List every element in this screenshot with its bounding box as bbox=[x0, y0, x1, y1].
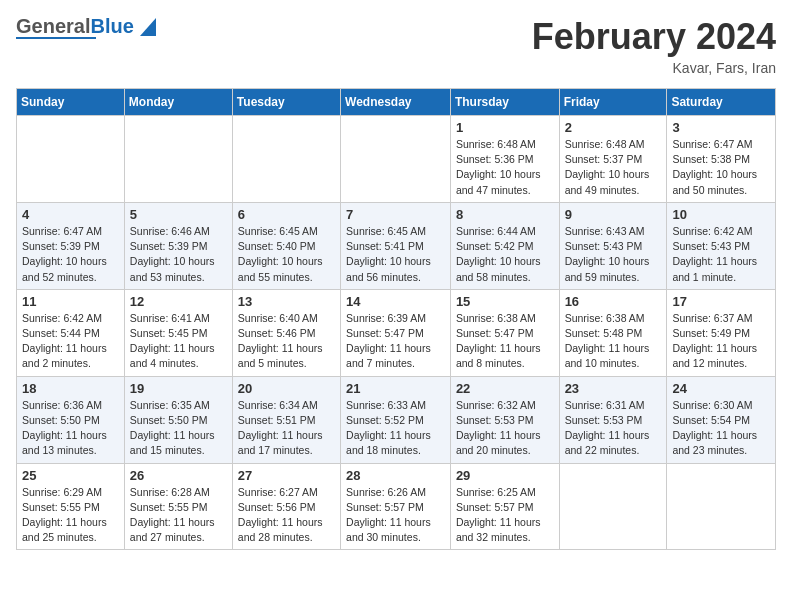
calendar-cell: 16Sunrise: 6:38 AMSunset: 5:48 PMDayligh… bbox=[559, 289, 667, 376]
logo-blue-text: Blue bbox=[90, 16, 133, 36]
day-info: Sunrise: 6:39 AMSunset: 5:47 PMDaylight:… bbox=[346, 311, 445, 372]
day-number: 13 bbox=[238, 294, 335, 309]
day-header-wednesday: Wednesday bbox=[341, 89, 451, 116]
day-info: Sunrise: 6:40 AMSunset: 5:46 PMDaylight:… bbox=[238, 311, 335, 372]
day-number: 10 bbox=[672, 207, 770, 222]
day-info: Sunrise: 6:45 AMSunset: 5:40 PMDaylight:… bbox=[238, 224, 335, 285]
calendar-cell: 4Sunrise: 6:47 AMSunset: 5:39 PMDaylight… bbox=[17, 202, 125, 289]
day-info: Sunrise: 6:38 AMSunset: 5:47 PMDaylight:… bbox=[456, 311, 554, 372]
logo-image: GeneralBlue bbox=[16, 16, 156, 39]
calendar-cell: 22Sunrise: 6:32 AMSunset: 5:53 PMDayligh… bbox=[450, 376, 559, 463]
calendar-week-3: 11Sunrise: 6:42 AMSunset: 5:44 PMDayligh… bbox=[17, 289, 776, 376]
day-number: 2 bbox=[565, 120, 662, 135]
title-block: February 2024 Kavar, Fars, Iran bbox=[532, 16, 776, 76]
day-info: Sunrise: 6:34 AMSunset: 5:51 PMDaylight:… bbox=[238, 398, 335, 459]
day-number: 6 bbox=[238, 207, 335, 222]
logo: GeneralBlue bbox=[16, 16, 160, 39]
calendar-cell: 12Sunrise: 6:41 AMSunset: 5:45 PMDayligh… bbox=[124, 289, 232, 376]
day-info: Sunrise: 6:27 AMSunset: 5:56 PMDaylight:… bbox=[238, 485, 335, 546]
calendar-cell: 6Sunrise: 6:45 AMSunset: 5:40 PMDaylight… bbox=[232, 202, 340, 289]
day-header-tuesday: Tuesday bbox=[232, 89, 340, 116]
day-info: Sunrise: 6:25 AMSunset: 5:57 PMDaylight:… bbox=[456, 485, 554, 546]
day-number: 3 bbox=[672, 120, 770, 135]
day-info: Sunrise: 6:41 AMSunset: 5:45 PMDaylight:… bbox=[130, 311, 227, 372]
day-number: 27 bbox=[238, 468, 335, 483]
day-info: Sunrise: 6:31 AMSunset: 5:53 PMDaylight:… bbox=[565, 398, 662, 459]
calendar-week-2: 4Sunrise: 6:47 AMSunset: 5:39 PMDaylight… bbox=[17, 202, 776, 289]
calendar-cell: 17Sunrise: 6:37 AMSunset: 5:49 PMDayligh… bbox=[667, 289, 776, 376]
header-row: SundayMondayTuesdayWednesdayThursdayFrid… bbox=[17, 89, 776, 116]
day-info: Sunrise: 6:43 AMSunset: 5:43 PMDaylight:… bbox=[565, 224, 662, 285]
day-number: 8 bbox=[456, 207, 554, 222]
day-info: Sunrise: 6:30 AMSunset: 5:54 PMDaylight:… bbox=[672, 398, 770, 459]
day-number: 1 bbox=[456, 120, 554, 135]
calendar-cell: 20Sunrise: 6:34 AMSunset: 5:51 PMDayligh… bbox=[232, 376, 340, 463]
calendar-cell: 21Sunrise: 6:33 AMSunset: 5:52 PMDayligh… bbox=[341, 376, 451, 463]
calendar-cell bbox=[341, 116, 451, 203]
day-info: Sunrise: 6:29 AMSunset: 5:55 PMDaylight:… bbox=[22, 485, 119, 546]
calendar-week-5: 25Sunrise: 6:29 AMSunset: 5:55 PMDayligh… bbox=[17, 463, 776, 550]
day-number: 20 bbox=[238, 381, 335, 396]
day-number: 23 bbox=[565, 381, 662, 396]
day-number: 29 bbox=[456, 468, 554, 483]
calendar-cell: 3Sunrise: 6:47 AMSunset: 5:38 PMDaylight… bbox=[667, 116, 776, 203]
day-info: Sunrise: 6:26 AMSunset: 5:57 PMDaylight:… bbox=[346, 485, 445, 546]
day-number: 12 bbox=[130, 294, 227, 309]
day-header-thursday: Thursday bbox=[450, 89, 559, 116]
logo-swoosh-icon bbox=[136, 18, 156, 36]
calendar-cell: 15Sunrise: 6:38 AMSunset: 5:47 PMDayligh… bbox=[450, 289, 559, 376]
calendar-cell: 7Sunrise: 6:45 AMSunset: 5:41 PMDaylight… bbox=[341, 202, 451, 289]
calendar-cell: 18Sunrise: 6:36 AMSunset: 5:50 PMDayligh… bbox=[17, 376, 125, 463]
day-info: Sunrise: 6:28 AMSunset: 5:55 PMDaylight:… bbox=[130, 485, 227, 546]
calendar-cell: 24Sunrise: 6:30 AMSunset: 5:54 PMDayligh… bbox=[667, 376, 776, 463]
svg-marker-0 bbox=[140, 18, 156, 36]
calendar-cell: 19Sunrise: 6:35 AMSunset: 5:50 PMDayligh… bbox=[124, 376, 232, 463]
day-number: 18 bbox=[22, 381, 119, 396]
calendar-cell: 2Sunrise: 6:48 AMSunset: 5:37 PMDaylight… bbox=[559, 116, 667, 203]
calendar-cell bbox=[559, 463, 667, 550]
calendar-cell: 1Sunrise: 6:48 AMSunset: 5:36 PMDaylight… bbox=[450, 116, 559, 203]
day-info: Sunrise: 6:47 AMSunset: 5:38 PMDaylight:… bbox=[672, 137, 770, 198]
day-info: Sunrise: 6:48 AMSunset: 5:36 PMDaylight:… bbox=[456, 137, 554, 198]
day-info: Sunrise: 6:47 AMSunset: 5:39 PMDaylight:… bbox=[22, 224, 119, 285]
day-info: Sunrise: 6:37 AMSunset: 5:49 PMDaylight:… bbox=[672, 311, 770, 372]
day-number: 9 bbox=[565, 207, 662, 222]
day-number: 4 bbox=[22, 207, 119, 222]
calendar-cell: 9Sunrise: 6:43 AMSunset: 5:43 PMDaylight… bbox=[559, 202, 667, 289]
day-number: 22 bbox=[456, 381, 554, 396]
calendar-cell: 26Sunrise: 6:28 AMSunset: 5:55 PMDayligh… bbox=[124, 463, 232, 550]
day-info: Sunrise: 6:48 AMSunset: 5:37 PMDaylight:… bbox=[565, 137, 662, 198]
day-number: 24 bbox=[672, 381, 770, 396]
calendar-body: 1Sunrise: 6:48 AMSunset: 5:36 PMDaylight… bbox=[17, 116, 776, 550]
calendar-week-1: 1Sunrise: 6:48 AMSunset: 5:36 PMDaylight… bbox=[17, 116, 776, 203]
day-info: Sunrise: 6:32 AMSunset: 5:53 PMDaylight:… bbox=[456, 398, 554, 459]
day-info: Sunrise: 6:46 AMSunset: 5:39 PMDaylight:… bbox=[130, 224, 227, 285]
day-number: 21 bbox=[346, 381, 445, 396]
logo-underline bbox=[16, 37, 96, 39]
day-number: 16 bbox=[565, 294, 662, 309]
calendar-cell bbox=[17, 116, 125, 203]
day-number: 15 bbox=[456, 294, 554, 309]
day-number: 14 bbox=[346, 294, 445, 309]
logo-general-text: General bbox=[16, 16, 90, 36]
day-header-sunday: Sunday bbox=[17, 89, 125, 116]
day-info: Sunrise: 6:42 AMSunset: 5:43 PMDaylight:… bbox=[672, 224, 770, 285]
calendar-cell: 28Sunrise: 6:26 AMSunset: 5:57 PMDayligh… bbox=[341, 463, 451, 550]
day-info: Sunrise: 6:35 AMSunset: 5:50 PMDaylight:… bbox=[130, 398, 227, 459]
day-info: Sunrise: 6:33 AMSunset: 5:52 PMDaylight:… bbox=[346, 398, 445, 459]
day-number: 5 bbox=[130, 207, 227, 222]
day-header-saturday: Saturday bbox=[667, 89, 776, 116]
day-number: 28 bbox=[346, 468, 445, 483]
calendar-cell bbox=[232, 116, 340, 203]
calendar-cell: 23Sunrise: 6:31 AMSunset: 5:53 PMDayligh… bbox=[559, 376, 667, 463]
calendar-cell: 10Sunrise: 6:42 AMSunset: 5:43 PMDayligh… bbox=[667, 202, 776, 289]
calendar-cell: 5Sunrise: 6:46 AMSunset: 5:39 PMDaylight… bbox=[124, 202, 232, 289]
calendar-cell: 11Sunrise: 6:42 AMSunset: 5:44 PMDayligh… bbox=[17, 289, 125, 376]
day-number: 26 bbox=[130, 468, 227, 483]
calendar-cell bbox=[124, 116, 232, 203]
calendar-cell bbox=[667, 463, 776, 550]
day-number: 11 bbox=[22, 294, 119, 309]
logo-word: GeneralBlue bbox=[16, 16, 156, 36]
day-number: 7 bbox=[346, 207, 445, 222]
day-info: Sunrise: 6:38 AMSunset: 5:48 PMDaylight:… bbox=[565, 311, 662, 372]
